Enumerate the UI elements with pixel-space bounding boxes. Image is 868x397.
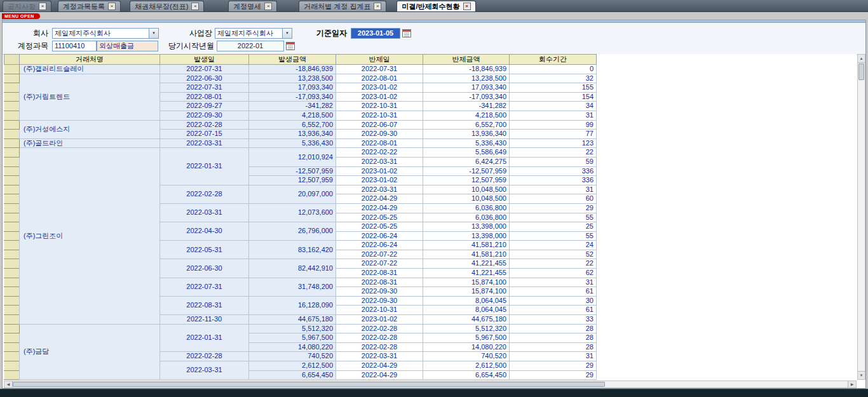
- tab-receivable-ledger[interactable]: 채권채무장(전표) ×: [130, 1, 204, 11]
- settle-amount-cell[interactable]: 41,221,455: [423, 269, 510, 278]
- issue-date-cell[interactable]: 2022-07-31: [160, 278, 249, 296]
- issue-amount-cell[interactable]: 83,162,420: [249, 241, 336, 259]
- issue-date-cell[interactable]: 2022-09-27: [160, 102, 249, 111]
- collect-period-cell[interactable]: 29: [510, 203, 597, 213]
- row-selector[interactable]: [4, 306, 20, 315]
- settle-amount-cell[interactable]: 14,080,220: [423, 342, 510, 352]
- collect-period-cell[interactable]: 0: [510, 65, 597, 74]
- header-issue-amount[interactable]: 발생금액: [249, 55, 336, 65]
- issue-amount-cell[interactable]: 17,093,340: [249, 83, 336, 93]
- issue-date-cell[interactable]: 2022-03-31: [160, 138, 249, 148]
- issue-date-cell[interactable]: 2022-02-28: [160, 352, 249, 361]
- collect-period-cell[interactable]: 24: [510, 241, 597, 250]
- customer-name-cell[interactable]: (주)그린조이: [20, 148, 160, 324]
- collect-period-cell[interactable]: 336: [510, 166, 597, 176]
- settle-date-cell[interactable]: 2023-01-02: [336, 83, 423, 93]
- collect-period-cell[interactable]: 154: [510, 92, 597, 102]
- settle-amount-cell[interactable]: 44,675,180: [423, 315, 510, 325]
- row-selector[interactable]: [4, 111, 20, 120]
- collect-period-cell[interactable]: 123: [510, 138, 597, 148]
- issue-date-cell[interactable]: 2022-09-30: [160, 111, 249, 120]
- select-all-corner[interactable]: [4, 55, 20, 65]
- collect-period-cell[interactable]: 22: [510, 148, 597, 158]
- settle-amount-cell[interactable]: 15,874,100: [423, 287, 510, 297]
- issue-amount-cell[interactable]: 13,238,500: [249, 74, 336, 83]
- collect-period-cell[interactable]: 77: [510, 130, 597, 139]
- horizontal-scrollbar[interactable]: ◀ ▶: [4, 380, 857, 388]
- settle-amount-cell[interactable]: 13,398,000: [423, 222, 510, 232]
- header-settle-date[interactable]: 반제일: [336, 55, 423, 65]
- settle-date-cell[interactable]: 2022-08-31: [336, 269, 423, 278]
- issue-date-cell[interactable]: 2022-01-31: [160, 148, 249, 185]
- settle-amount-cell[interactable]: 6,036,800: [423, 203, 510, 213]
- collect-period-cell[interactable]: 34: [510, 102, 597, 111]
- issue-amount-cell[interactable]: 12,073,600: [249, 203, 336, 222]
- header-settle-amount[interactable]: 반제금액: [423, 55, 510, 65]
- row-selector[interactable]: [4, 203, 20, 213]
- collect-period-cell[interactable]: 30: [510, 296, 597, 306]
- row-selector[interactable]: [4, 250, 20, 259]
- collect-period-cell[interactable]: 55: [510, 213, 597, 222]
- collect-period-cell[interactable]: 155: [510, 83, 597, 93]
- settle-amount-cell[interactable]: 5,512,320: [423, 324, 510, 333]
- issue-amount-cell[interactable]: 20,097,000: [249, 185, 336, 203]
- issue-amount-cell[interactable]: 82,442,910: [249, 259, 336, 278]
- settle-amount-cell[interactable]: 6,552,700: [423, 120, 510, 130]
- row-selector[interactable]: [4, 370, 20, 380]
- settle-amount-cell[interactable]: 12,507,959: [423, 176, 510, 185]
- settle-date-cell[interactable]: 2022-06-24: [336, 231, 423, 241]
- row-selector[interactable]: [4, 194, 20, 204]
- customer-name-cell[interactable]: (주)거림트렌드: [20, 74, 160, 120]
- issue-amount-cell[interactable]: -341,282: [249, 102, 336, 111]
- horizontal-scroll-thumb[interactable]: [13, 382, 605, 387]
- issue-amount-cell[interactable]: -17,093,340: [249, 92, 336, 102]
- settle-date-cell[interactable]: 2022-09-30: [336, 287, 423, 297]
- issue-amount-cell[interactable]: 13,936,340: [249, 130, 336, 139]
- settle-date-cell[interactable]: 2022-09-30: [336, 296, 423, 306]
- row-selector[interactable]: [4, 361, 20, 371]
- calendar-icon[interactable]: [402, 29, 411, 37]
- customer-name-cell[interactable]: (주)골드라인: [20, 138, 160, 148]
- scroll-up-icon[interactable]: ▲: [858, 55, 865, 63]
- issue-date-cell[interactable]: 2022-05-31: [160, 241, 249, 259]
- settle-date-cell[interactable]: 2023-01-02: [336, 176, 423, 185]
- settle-date-cell[interactable]: 2022-04-29: [336, 203, 423, 213]
- collect-period-cell[interactable]: 59: [510, 157, 597, 166]
- collect-period-cell[interactable]: 28: [510, 342, 597, 352]
- settle-amount-cell[interactable]: 13,238,500: [423, 74, 510, 83]
- customer-name-cell[interactable]: (주)금담: [20, 324, 160, 380]
- base-date-input[interactable]: 2023-01-05: [351, 28, 400, 39]
- settle-amount-cell[interactable]: -341,282: [423, 102, 510, 111]
- row-selector[interactable]: [4, 83, 20, 93]
- settle-amount-cell[interactable]: 41,221,455: [423, 259, 510, 269]
- settle-amount-cell[interactable]: 5,586,649: [423, 148, 510, 158]
- settle-date-cell[interactable]: 2022-04-29: [336, 370, 423, 380]
- issue-amount-cell[interactable]: 5,336,430: [249, 138, 336, 148]
- settle-date-cell[interactable]: 2022-03-31: [336, 157, 423, 166]
- issue-amount-cell[interactable]: -18,846,939: [249, 65, 336, 74]
- row-selector[interactable]: [4, 241, 20, 250]
- customer-name-cell[interactable]: (주)갤러리드슬레이: [20, 65, 160, 74]
- row-selector[interactable]: [4, 213, 20, 222]
- settle-date-cell[interactable]: 2022-07-22: [336, 250, 423, 259]
- period-start-input[interactable]: 2022-01: [217, 41, 284, 51]
- settle-date-cell[interactable]: 2022-10-31: [336, 111, 423, 120]
- settle-date-cell[interactable]: 2022-07-22: [336, 259, 423, 269]
- settle-date-cell[interactable]: 2022-02-28: [336, 342, 423, 352]
- scroll-right-icon[interactable]: ▶: [848, 381, 856, 387]
- settle-date-cell[interactable]: 2022-04-29: [336, 194, 423, 204]
- collect-period-cell[interactable]: 29: [510, 361, 597, 371]
- issue-date-cell[interactable]: 2022-08-31: [160, 296, 249, 314]
- menu-open-button[interactable]: MENU OPEN: [2, 13, 40, 19]
- settle-amount-cell[interactable]: 5,336,430: [423, 138, 510, 148]
- row-selector[interactable]: [4, 296, 20, 306]
- calendar-icon[interactable]: [286, 41, 295, 50]
- header-customer[interactable]: 거래처명: [20, 55, 160, 65]
- issue-amount-cell[interactable]: 5,967,500: [249, 333, 336, 343]
- issue-amount-cell[interactable]: 14,080,220: [249, 342, 336, 352]
- issue-amount-cell[interactable]: 16,128,090: [249, 296, 336, 314]
- issue-date-cell[interactable]: 2022-11-30: [160, 315, 249, 325]
- account-name-input[interactable]: 외상매출금: [97, 41, 158, 51]
- tab-close-icon[interactable]: ×: [108, 3, 116, 10]
- settle-amount-cell[interactable]: -17,093,340: [423, 92, 510, 102]
